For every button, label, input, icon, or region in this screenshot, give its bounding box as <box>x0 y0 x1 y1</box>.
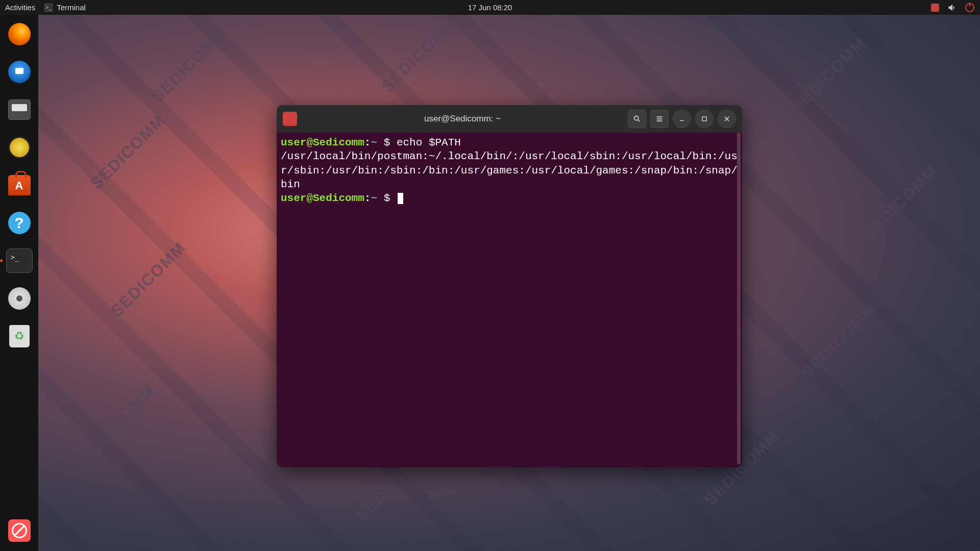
power-icon[interactable] <box>965 3 975 13</box>
prompt-colon: : <box>364 137 371 148</box>
active-app-menu[interactable]: >_ Terminal <box>44 3 86 12</box>
active-app-name: Terminal <box>57 3 86 12</box>
svg-point-0 <box>634 116 639 120</box>
close-button[interactable] <box>718 110 736 128</box>
prompt-dollar: $ <box>384 137 390 148</box>
terminal-title: user@Sedicomm: ~ <box>301 114 624 124</box>
thunderbird-icon <box>8 61 31 83</box>
dock-help[interactable]: ? <box>6 210 33 236</box>
terminal-scrollbar[interactable] <box>737 133 741 464</box>
command-output: /usr/local/bin/postman:~/.local/bin/:/us… <box>281 151 738 190</box>
terminal-icon <box>6 248 33 273</box>
search-button[interactable] <box>628 110 646 128</box>
svg-rect-5 <box>680 120 684 121</box>
prompt-user-2: user@Sedicomm <box>281 192 364 204</box>
dock-files[interactable] <box>6 96 33 123</box>
terminal-window-icon <box>283 112 297 126</box>
terminal-small-icon: >_ <box>44 4 53 12</box>
screen-record-indicator[interactable] <box>930 3 940 13</box>
terminal-window: user@Sedicomm: ~ user@Sedicomm:~ $ echo … <box>277 105 742 467</box>
svg-rect-6 <box>702 117 706 121</box>
prompt-colon-2: : <box>364 192 371 204</box>
svg-line-1 <box>638 120 640 121</box>
terminal-content[interactable]: user@Sedicomm:~ $ echo $PATH /usr/local/… <box>277 133 742 467</box>
terminal-cursor <box>398 193 403 204</box>
hamburger-menu-button[interactable] <box>650 110 669 128</box>
disc-icon <box>8 287 31 310</box>
volume-icon[interactable] <box>947 3 958 13</box>
svg-rect-2 <box>657 116 663 117</box>
svg-rect-4 <box>657 120 663 121</box>
help-icon: ? <box>8 212 31 234</box>
activities-button[interactable]: Activities <box>5 3 35 12</box>
maximize-button[interactable] <box>695 110 714 128</box>
minimize-button[interactable] <box>673 110 691 128</box>
dock-software[interactable] <box>6 172 33 198</box>
dock-disc[interactable] <box>6 285 33 312</box>
dock-terminal[interactable] <box>6 247 33 274</box>
rhythmbox-icon <box>8 136 31 159</box>
dock-blocked-app[interactable] <box>6 517 33 544</box>
ubuntu-dock: ? <box>0 15 38 551</box>
dock-trash[interactable] <box>6 323 33 349</box>
prompt-path: ~ <box>371 137 377 148</box>
svg-rect-3 <box>657 118 663 119</box>
firefox-icon <box>8 23 31 45</box>
trash-icon <box>9 325 30 347</box>
clock[interactable]: 17 Jun 08:20 <box>468 3 512 12</box>
dock-firefox[interactable] <box>6 21 33 47</box>
dock-rhythmbox[interactable] <box>6 134 33 161</box>
files-icon <box>8 99 31 120</box>
prompt-user: user@Sedicomm <box>281 137 364 148</box>
prompt-dollar-2: $ <box>384 192 390 204</box>
gnome-topbar: Activities >_ Terminal 17 Jun 08:20 <box>0 0 980 15</box>
prompt-path-2: ~ <box>371 192 377 204</box>
dock-thunderbird[interactable] <box>6 59 33 85</box>
blocked-icon <box>8 519 31 542</box>
software-center-icon <box>8 175 31 195</box>
command-text: echo $PATH <box>397 137 461 148</box>
terminal-titlebar[interactable]: user@Sedicomm: ~ <box>277 105 742 133</box>
